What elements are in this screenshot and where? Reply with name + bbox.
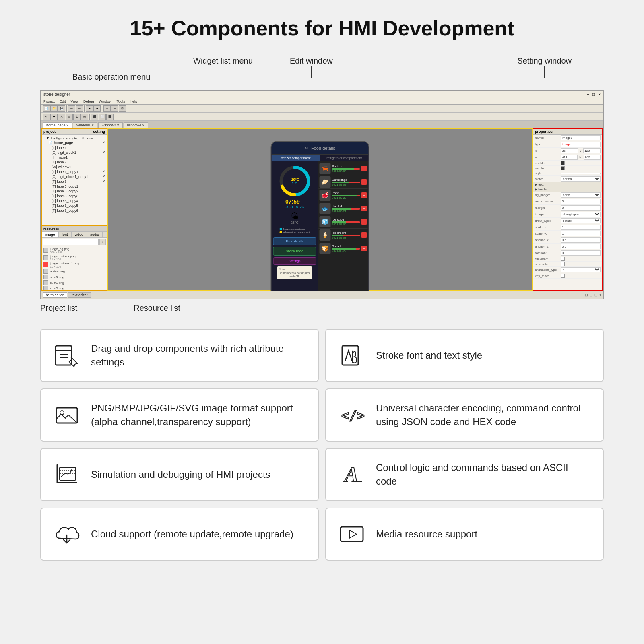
tree-item-label3-copy3[interactable]: [T] label3_copy3 [43,194,106,198]
toolbar-btn-zoom-out[interactable]: − [111,105,118,112]
food-delete-hairtail[interactable]: − [361,206,367,211]
food-delete-ice-cube[interactable]: − [361,219,367,225]
tree-item-label3-copy2[interactable]: [T] label3_copy2 [43,189,106,194]
food-delete-shrimp[interactable]: − [361,166,367,171]
prop-checkbox-visible[interactable] [561,166,565,170]
phone-tab-freezer[interactable]: freezer compartment [272,155,320,161]
prop-value-anchor-x[interactable]: 0.5 [561,237,601,243]
tree-item-label3[interactable]: [T] label3 ^ [43,179,106,184]
prop-value-h[interactable]: 289 [584,155,601,160]
toolbar-btn-label[interactable]: A [58,114,65,120]
menu-window[interactable]: Window [99,99,111,103]
toolbar-btn-run[interactable]: ▶ [86,105,93,112]
tab-window2[interactable]: window2 × [98,122,123,128]
food-delete-bread[interactable]: − [361,246,367,251]
prop-value-anchor-y[interactable]: 0.5 [561,244,601,249]
tree-item-digit-clock-copy1[interactable]: [C] r igit_clock1_copy1 ^ [43,174,106,179]
tree-item-root[interactable]: ▼ Intelligent_charging_pile_new [43,136,106,140]
prop-checkbox-selectable[interactable] [561,262,565,266]
resource-item-sum1[interactable]: sum1.png [43,280,106,285]
resource-add-button[interactable]: + [99,239,106,245]
prop-value-scale-y[interactable]: 1 [561,231,601,236]
tree-item-label3-copy6[interactable]: [T] label3_copy6 [43,208,106,213]
toolbar-btn-stop[interactable]: ■ [93,105,101,112]
prop-select-animation-type[interactable]: 4 [561,267,601,272]
toolbar-btn-align-center[interactable]: ⬜ [99,114,106,120]
resource-tab-audio[interactable]: audio [87,232,103,237]
tree-item-label3-copy1[interactable]: [T] label3_copy1 [43,184,106,189]
menu-debug[interactable]: Debug [83,99,94,103]
toolbar-btn-image[interactable]: 🖼 [73,114,80,120]
food-delete-ice-cream[interactable]: − [361,232,367,238]
menu-project[interactable]: Project [43,99,55,103]
prop-value-margin[interactable]: 0 [561,205,601,211]
resource-item-sum2[interactable]: sum2.png [43,285,106,290]
prop-value-x[interactable]: 36 [561,148,578,153]
tree-item-window1[interactable]: [W] wi dow1 [43,165,106,169]
maximize-icon[interactable]: □ [592,92,595,97]
resource-tab-image[interactable]: image [42,232,59,237]
food-delete-dumplings[interactable]: − [361,179,367,185]
prop-select-bg-image[interactable]: none [561,192,601,198]
toolbar-btn-move[interactable]: ✥ [50,114,58,120]
tab-window1[interactable]: window1 × [73,122,97,128]
prop-checkbox-clickable[interactable] [561,257,565,261]
ide-window-controls[interactable]: − □ × [587,92,601,97]
resource-tab-video[interactable]: video [72,232,87,237]
prop-value-scale-x[interactable]: 1 [561,225,601,230]
prop-value-w[interactable]: 411 [561,155,578,160]
prop-value-rotation[interactable]: 0 [561,250,601,256]
resource-item-notice[interactable]: notice.png [43,268,106,274]
tree-item-label3-copy4[interactable]: [T] label3_copy4 [43,198,106,203]
resource-item-pointer1[interactable]: juage_pointer_1.png 10 × 154 [43,261,106,268]
tab-window4[interactable]: window4 × [124,122,148,128]
menu-view[interactable]: View [71,99,78,103]
tree-item-digit-clock1[interactable]: [C] digit_clock1 ^ [43,150,106,155]
tree-item-label3-copy5[interactable]: [T] label3_copy5 [43,203,106,208]
toolbar-btn-align-right[interactable]: ⬛ [106,114,114,120]
phone-btn-settings[interactable]: Settings [273,257,316,265]
toolbar-btn-save[interactable]: 💾 [58,105,65,112]
toolbar-btn-undo[interactable]: ↩ [68,105,75,112]
prop-select-draw-type[interactable]: default [561,218,601,223]
food-delete-pork[interactable]: − [361,192,367,198]
prop-select-state[interactable]: normal [561,176,601,182]
menu-tools[interactable]: Tools [116,99,125,103]
prop-select-image[interactable]: chargingcar [561,212,601,217]
toolbar-btn-new[interactable]: 📄 [43,105,50,112]
prop-value-y[interactable]: 120 [583,148,601,153]
prop-checkbox-key-tone[interactable] [561,274,565,278]
tab-home-page[interactable]: home_page × [43,122,72,128]
bottom-tab-text-editor[interactable]: text editor [68,292,91,298]
tree-item-label2[interactable]: [T] label2 [43,160,106,165]
prop-value-name[interactable]: image1 [561,135,601,140]
prop-checkbox-enable[interactable] [561,161,565,165]
toolbar-btn-gauge[interactable]: ◎ [81,114,88,120]
tree-item-image1[interactable]: [I] image1 [43,155,106,160]
toolbar-btn-zoom-in[interactable]: + [103,105,111,112]
toolbar-btn-redo[interactable]: ↪ [76,105,83,112]
resource-search-input[interactable] [43,239,99,245]
toolbar-btn-open[interactable]: 📁 [50,105,58,112]
phone-tab-refrigerator[interactable]: refrigerator compartment [320,155,369,161]
resource-item-sum0[interactable]: sum0.png [43,274,106,280]
prop-section-text[interactable]: ▶ text: [533,182,602,187]
menu-edit[interactable]: Edit [60,99,66,103]
tree-item-home-page[interactable]: 📄 home_page ^ [43,140,106,145]
bottom-tab-form-editor[interactable]: form editor [43,292,67,298]
toolbar-btn-button[interactable]: ▭ [66,114,73,120]
tree-item-label1[interactable]: [T] label1 [43,145,106,150]
close-icon[interactable]: × [598,92,601,97]
resource-item-pointer[interactable]: juage_pointer.png 11 × 154 [43,254,106,261]
menu-help[interactable]: Help [130,99,137,103]
prop-value-round-radius[interactable]: 0 [561,199,601,204]
phone-btn-store-food[interactable]: Store food [273,247,316,256]
resource-tab-font[interactable]: font [59,232,72,237]
prop-value-style[interactable] [561,173,601,174]
phone-btn-food-details[interactable]: Food details [273,237,316,245]
toolbar-btn-align-left[interactable]: ⬛ [91,114,98,120]
resource-item-juage-bg[interactable]: juage_bg.png 300 × 200 [43,247,106,254]
toolbar-btn-select[interactable]: ↖ [43,114,50,120]
prop-section-border[interactable]: ▶ border: [533,187,602,192]
minimize-icon[interactable]: − [587,92,589,97]
